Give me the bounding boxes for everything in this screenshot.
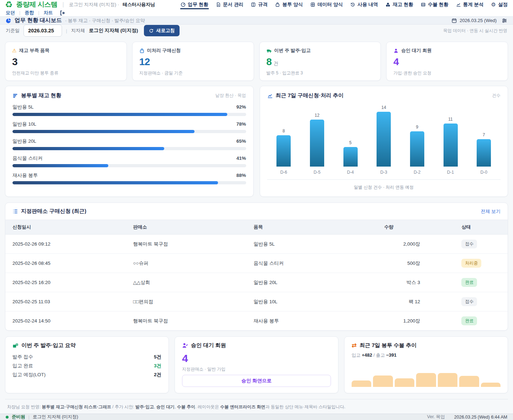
exit-icon[interactable] — [59, 10, 66, 16]
bag-icon — [275, 2, 280, 7]
table-row[interactable]: 2025-02-25 16:20 △△상회 일반용 20L 박스 3 완료 — [5, 273, 508, 292]
panel-title: 지정판매소 구매신청 (최근) — [21, 208, 86, 215]
order-label: 입고 완료 — [12, 363, 33, 369]
nav-item-dashboard[interactable]: 업무 현황 — [180, 0, 209, 9]
mini-bar — [438, 373, 457, 387]
nav-label: 데이터 양식 — [317, 1, 343, 8]
status-badge: 완료 — [461, 316, 477, 325]
unit-note: 낱장 환산 · 목업 — [216, 93, 246, 99]
nav-item-transfers[interactable]: 수불 현황 — [420, 0, 449, 9]
x-label: D-2 — [400, 170, 434, 175]
bar-value-label: 11 — [448, 117, 452, 122]
nav-item-settings[interactable]: ⚙ 설정 — [491, 0, 508, 9]
nav-label: 설정 — [498, 1, 508, 8]
in-label: 입고 — [352, 353, 361, 358]
table-row[interactable]: 2025-02-26 09:12 행복마트 북구점 일반용 5L 2,000장 … — [5, 235, 508, 254]
header-date-chip[interactable]: 2026.03.25 (Wed) — [451, 18, 497, 23]
chart-column: 8 — [267, 104, 301, 167]
divider: | — [38, 10, 39, 15]
table-row[interactable]: 2025-02-25 11:03 □□편의점 일반용 10L 팩 12 접수 — [5, 292, 508, 311]
mock-data-note: 목업 데이터 · 연동 시 실시간 반영 — [443, 28, 507, 34]
x-label: D-0 — [467, 170, 501, 175]
cell-qty: 2,000장 — [377, 235, 427, 254]
status-ready: 준비됨 — [12, 414, 25, 420]
table-header-row: 신청일시 판매소 품목 수량 상태 — [5, 220, 508, 235]
chart-column: 5 — [334, 104, 367, 167]
x-label: D-6 — [267, 170, 301, 175]
cell-store: △△상회 — [126, 273, 246, 292]
truck-icon — [266, 48, 272, 53]
nav-item-specs[interactable]: 규격 — [250, 0, 268, 9]
stat-title: 이번 주 발주·입고 — [274, 47, 311, 54]
cell-item: 일반용 20L — [247, 273, 377, 292]
inventory-label: 일반용 20L — [12, 138, 36, 145]
cell-item: 일반용 10L — [247, 292, 377, 311]
cell-qty: 팩 12 — [377, 292, 427, 311]
refresh-button[interactable]: 새로고침 — [144, 25, 180, 36]
nav-item-bag-forms[interactable]: 봉투 양식 — [275, 0, 303, 9]
refresh-label: 새로고침 — [156, 27, 175, 34]
order-label: 발주 접수 — [12, 354, 33, 360]
inventory-percent: 41% — [236, 156, 246, 161]
cell-status: 접수 — [427, 235, 508, 254]
stat-caption: 가입·권한 승인 요청 — [393, 70, 501, 76]
table-row[interactable]: 2025-02-26 08:45 ○○슈퍼 음식물 스티커 500장 처리중 — [5, 254, 508, 273]
view-all-link[interactable]: 전체 보기 — [481, 208, 501, 215]
inbox-box-icon — [12, 342, 19, 348]
chart-column: 14 — [367, 104, 400, 167]
in-value: +482 — [362, 352, 372, 358]
nav-item-documents[interactable]: 문서 관리 — [216, 0, 244, 9]
order-summary-row: 입고 완료 3건 — [12, 361, 161, 370]
app-title: 종량제 시스템 — [16, 0, 58, 9]
nav-item-data-forms[interactable]: 데이터 양식 — [310, 0, 343, 9]
inventory-row: 음식물 스티커41% — [12, 155, 246, 167]
approval-caption: 지정판매소 · 일반 가입 — [182, 366, 331, 372]
cell-qty: 박스 3 — [377, 273, 427, 292]
nav-item-usage-history[interactable]: 사용 내역 — [350, 0, 378, 9]
card-title: 이번 주 발주·입고 요약 — [21, 342, 76, 349]
view-link-chart[interactable]: 차트 — [43, 10, 53, 16]
out-value: −391 — [386, 352, 397, 358]
bar-chart-icon — [12, 93, 18, 99]
chart-column: 7 — [467, 104, 501, 167]
progress-track — [12, 113, 246, 116]
chart-x-axis: D-6 D-5 D-4 D-3 D-2 D-1 D-0 — [267, 167, 501, 180]
cell-datetime: 2025-02-26 08:45 — [5, 254, 126, 273]
list-icon — [12, 209, 18, 214]
stat-value: 8건 — [266, 56, 374, 68]
cell-qty: 500장 — [377, 254, 427, 273]
cell-datetime: 2025-02-26 09:12 — [5, 235, 126, 254]
progress-fill — [12, 113, 227, 116]
bottom-cards-row: 이번 주 발주·입고 요약 발주 접수 5건 입고 완료 3건 입고 예정(LO… — [5, 336, 508, 393]
login-org-text: 로그인 지자체 (미지정) · — [69, 1, 119, 8]
stat-unit: 건 — [274, 61, 279, 66]
bar — [444, 124, 458, 167]
x-label: D-5 — [300, 170, 334, 175]
stat-value: 3 — [12, 56, 120, 68]
mini-bar — [395, 378, 414, 387]
stat-caption: 발주 5 · 입고완료 3 — [266, 70, 374, 76]
grid-icon — [310, 2, 315, 7]
base-date-input[interactable] — [24, 25, 62, 37]
x-label: D-3 — [367, 170, 400, 175]
view-link-modern[interactable]: 모던 — [6, 10, 15, 16]
card-title: 최근 7일 봉투 수불 추이 — [359, 342, 416, 349]
transfer-summary: 입고 +482 / 출고 −391 — [352, 352, 501, 358]
swap-arrows-icon: ⇄ — [352, 342, 357, 348]
go-approval-button[interactable]: 승인 화면으로 — [182, 375, 331, 387]
sliders-icon[interactable] — [502, 18, 507, 23]
table-row[interactable]: 2025-02-24 14:50 행복마트 북구점 재사용 봉투 1,200장 … — [5, 311, 508, 331]
status-badge: 접수 — [461, 240, 477, 248]
view-link-summary[interactable]: 종합 — [25, 10, 34, 16]
nav-label: 통계 분석 — [463, 1, 484, 8]
transfer-mini-chart — [352, 373, 501, 387]
progress-fill — [12, 147, 164, 150]
footnote-text: 차장님 요청 반영: — [7, 404, 42, 409]
footnote: 차장님 요청 반영: 봉투별 재고·구매신청 리스트·그래프 / 추가 시안: … — [5, 399, 508, 414]
bar — [343, 147, 358, 167]
cell-status: 처리중 — [427, 254, 508, 273]
page-title: 업무 현황 대시보드 — [15, 17, 62, 24]
nav-item-statistics[interactable]: 통계 분석 — [456, 0, 484, 9]
page-subtitle: · 봉투 재고 · 구매신청 · 발주/승인 요약 — [65, 17, 145, 24]
nav-item-inventory[interactable]: 재고 현황 — [385, 0, 414, 9]
